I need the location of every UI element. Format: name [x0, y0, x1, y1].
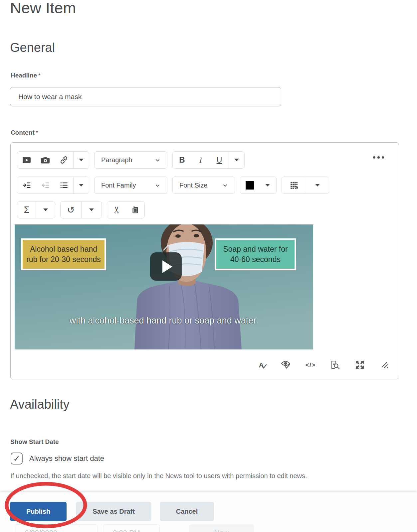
start-date-value: 6/22/2020	[25, 529, 57, 532]
insert-table-button[interactable]	[282, 177, 306, 194]
paste-icon	[131, 205, 139, 214]
outdent-icon	[41, 181, 50, 190]
paste-button[interactable]	[126, 201, 144, 218]
headline-required-mark: *	[38, 73, 40, 78]
ellipsis-icon	[373, 156, 375, 159]
caret-down-icon	[89, 208, 94, 211]
always-show-start-date-label: Always show start date	[29, 454, 104, 463]
chevron-down-icon	[155, 183, 160, 188]
insert-group	[17, 151, 89, 169]
cancel-button[interactable]: Cancel	[160, 502, 214, 521]
equation-icon: Σ	[24, 205, 30, 215]
now-button[interactable]: Now	[189, 524, 254, 532]
paragraph-format-value: Paragraph	[101, 156, 132, 164]
font-family-value: Font Family	[101, 182, 136, 189]
insert-image-icon	[41, 156, 50, 164]
general-heading: General	[10, 41, 55, 55]
bold-button[interactable]: B	[173, 152, 191, 168]
font-family-select[interactable]: Font Family	[94, 177, 167, 194]
insert-table-icon	[290, 181, 299, 190]
action-footer: Publish Save as Draft Cancel 6/22/2020 2…	[0, 492, 417, 532]
list-indent-group	[17, 177, 89, 194]
list-dropdown-button[interactable]	[74, 177, 89, 194]
fullscreen-icon	[355, 360, 364, 370]
video-caption-right: Soap and water for 40-60 seconds	[215, 238, 296, 270]
start-time-value: 2:23 PM	[113, 529, 140, 532]
underline-button[interactable]: U	[210, 152, 229, 168]
always-show-start-date-checkbox[interactable]: ✓	[11, 453, 23, 465]
availability-heading: Availability	[10, 397, 70, 412]
checkmark-icon: ✓	[13, 454, 20, 464]
insert-quicklink-icon	[60, 156, 68, 164]
font-color-swatch	[246, 181, 254, 190]
resize-handle[interactable]	[379, 359, 390, 371]
embedded-video[interactable]: Alcohol based hand rub for 20-30 seconds…	[15, 224, 313, 349]
accessibility-check-icon	[281, 360, 291, 370]
insert-quicklink-button[interactable]	[55, 152, 73, 168]
fullscreen-button[interactable]	[354, 359, 365, 371]
font-color-button[interactable]	[240, 177, 259, 194]
italic-button[interactable]: I	[191, 152, 210, 168]
caret-down-icon	[79, 184, 84, 187]
toolbar-overflow-button[interactable]	[371, 156, 386, 159]
save-as-draft-button[interactable]: Save as Draft	[76, 502, 151, 521]
content-label-row: Content*	[11, 129, 38, 136]
bullet-list-button[interactable]	[55, 177, 73, 194]
chevron-down-icon	[155, 157, 160, 163]
undo-button[interactable]: ↺	[61, 201, 81, 218]
insert-stuff-icon	[22, 156, 31, 164]
italic-icon: I	[199, 156, 202, 165]
font-size-select[interactable]: Font Size	[172, 177, 235, 194]
insert-dropdown-button[interactable]	[74, 152, 89, 168]
table-dropdown-button[interactable]	[306, 177, 329, 194]
preview-button[interactable]	[329, 359, 341, 371]
outdent-button[interactable]	[36, 177, 55, 194]
caret-down-icon	[234, 159, 239, 161]
chevron-down-icon	[222, 183, 228, 188]
video-caption-left: Alcohol based hand rub for 20-30 seconds	[21, 238, 106, 270]
bullet-list-icon	[60, 181, 68, 190]
content-required-mark: *	[36, 130, 38, 136]
start-time-input[interactable]: 2:23 PM	[103, 524, 160, 532]
indent-button[interactable]	[17, 177, 36, 194]
font-color-dropdown-button[interactable]	[259, 177, 276, 194]
insert-stuff-button[interactable]	[17, 152, 36, 168]
video-play-button[interactable]	[150, 252, 182, 281]
caret-down-icon	[315, 184, 320, 187]
underline-icon: U	[217, 156, 222, 165]
caret-down-icon	[79, 159, 84, 161]
spellcheck-button[interactable]: A	[256, 359, 267, 371]
publish-button[interactable]: Publish	[10, 502, 67, 521]
start-date-help-text: If unchecked, the start date will be vis…	[10, 472, 307, 480]
preview-icon	[330, 360, 340, 370]
font-size-value: Font Size	[179, 182, 207, 189]
headline-label-row: Headline*	[11, 72, 40, 79]
editor-status-bar: A </>	[256, 359, 390, 371]
font-color-group	[240, 177, 277, 194]
equation-group: Σ	[17, 201, 55, 218]
equation-button[interactable]: Σ	[17, 201, 36, 218]
video-subtitle: with alcohol-based hand rub or soap and …	[15, 316, 313, 326]
cut-button[interactable]: ✂	[107, 201, 126, 218]
html-source-icon: </>	[306, 361, 315, 369]
undo-dropdown-button[interactable]	[82, 201, 102, 218]
paragraph-format-select[interactable]: Paragraph	[94, 151, 167, 169]
accessibility-check-button[interactable]	[280, 359, 292, 371]
clipboard-group: ✂	[107, 201, 145, 218]
indent-icon	[22, 181, 31, 190]
bold-icon: B	[179, 155, 185, 165]
content-editor: Paragraph B I U	[10, 142, 399, 379]
equation-dropdown-button[interactable]	[36, 201, 55, 218]
insert-image-button[interactable]	[36, 152, 55, 168]
headline-label: Headline	[11, 72, 37, 79]
show-start-date-label: Show Start Date	[10, 438, 59, 446]
caret-down-icon	[43, 208, 48, 211]
undo-group: ↺	[60, 201, 102, 218]
text-style-dropdown-button[interactable]	[229, 152, 244, 168]
html-source-button[interactable]: </>	[305, 359, 316, 371]
caret-down-icon	[265, 184, 270, 187]
page-title: New Item	[10, 0, 76, 17]
spellcheck-icon: A	[259, 361, 264, 369]
start-date-input[interactable]: 6/22/2020	[15, 524, 98, 532]
headline-input[interactable]	[10, 87, 281, 106]
